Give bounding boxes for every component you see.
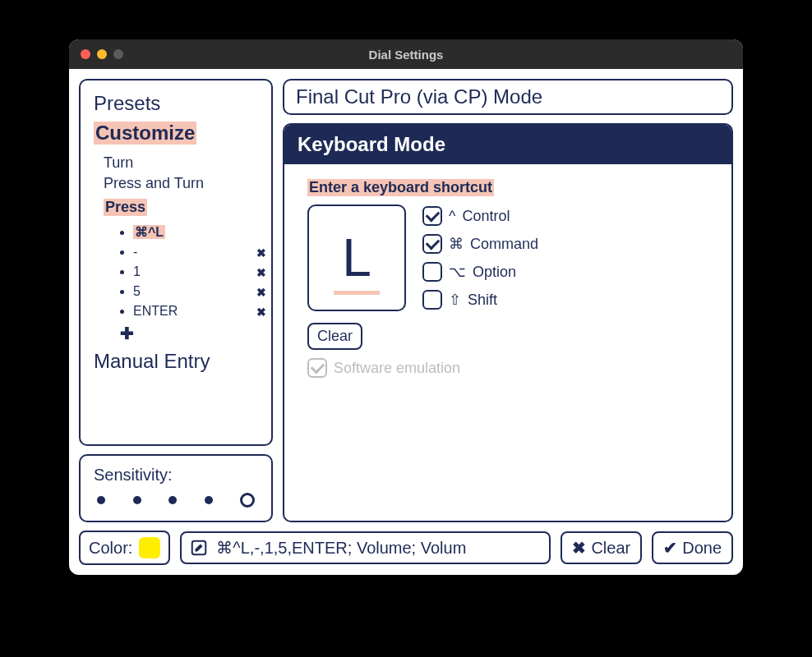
color-swatch[interactable] xyxy=(139,537,160,558)
remove-action-icon[interactable]: ✖ xyxy=(256,246,266,260)
remove-action-icon[interactable]: ✖ xyxy=(256,266,266,279)
checkbox-icon[interactable] xyxy=(422,206,442,226)
name-field[interactable]: ⌘^L,-,1,5,ENTER; Volume; Volum xyxy=(180,531,551,564)
color-label: Color: xyxy=(89,539,132,558)
clear-button[interactable]: ✖ Clear xyxy=(561,531,642,564)
add-action-button[interactable]: ✚ xyxy=(120,324,258,343)
modifier-shift[interactable]: ⇧ Shift xyxy=(422,290,538,310)
content: Presets Customize Turn Press and Turn Pr… xyxy=(69,69,743,575)
modifier-list: ^ Control ⌘ Command ⌥ xyxy=(422,206,538,310)
main-row: Presets Customize Turn Press and Turn Pr… xyxy=(79,79,733,522)
checkbox-icon[interactable] xyxy=(422,290,442,310)
left-column: Presets Customize Turn Press and Turn Pr… xyxy=(79,79,273,522)
press-action-list: ⌘^L -✖ 1✖ 5✖ ENTER✖ xyxy=(133,224,258,319)
sidebar-item-press-and-turn[interactable]: Press and Turn xyxy=(104,175,258,192)
clear-shortcut-button[interactable]: Clear xyxy=(307,323,362,350)
keyboard-mode-header: Keyboard Mode xyxy=(284,125,731,164)
modifier-symbol: ^ xyxy=(449,208,455,225)
mode-name-field[interactable]: Final Cut Pro (via CP) Mode xyxy=(283,79,733,115)
press-action-item[interactable]: ⌘^L xyxy=(133,224,258,240)
clear-button-label: Clear xyxy=(591,539,630,558)
sensitivity-level[interactable] xyxy=(205,496,213,504)
sensitivity-label: Sensitivity: xyxy=(94,466,258,485)
modifier-label: Option xyxy=(473,264,516,281)
done-button[interactable]: ✔ Done xyxy=(652,531,733,564)
manual-entry-heading[interactable]: Manual Entry xyxy=(94,350,258,373)
sensitivity-panel: Sensitivity: xyxy=(79,454,273,522)
remove-action-icon[interactable]: ✖ xyxy=(256,286,266,299)
presets-heading[interactable]: Presets xyxy=(94,92,258,115)
press-action-label: 1 xyxy=(133,264,141,278)
name-value: ⌘^L,-,1,5,ENTER; Volume; Volum xyxy=(216,538,466,558)
press-action-label: - xyxy=(133,245,137,259)
press-action-label: ⌘^L xyxy=(133,225,165,239)
modifier-command[interactable]: ⌘ Command xyxy=(422,234,538,254)
press-action-item[interactable]: -✖ xyxy=(133,245,258,260)
keyboard-mode-body: Enter a keyboard shortcut L ^ Control xyxy=(284,164,731,393)
modifier-label: Shift xyxy=(468,292,497,309)
checkbox-icon xyxy=(307,358,327,378)
press-action-item[interactable]: 1✖ xyxy=(133,264,258,279)
checkbox-icon[interactable] xyxy=(422,262,442,282)
modifier-symbol: ⌥ xyxy=(449,263,466,281)
press-action-label: ENTER xyxy=(133,304,178,318)
keyboard-prompt: Enter a keyboard shortcut xyxy=(307,179,494,196)
modifier-symbol: ⌘ xyxy=(449,235,464,253)
software-emulation-label: Software emulation xyxy=(334,360,460,377)
sensitivity-level[interactable] xyxy=(133,496,141,504)
sidebar-item-press[interactable]: Press xyxy=(104,199,147,216)
key-input[interactable]: L xyxy=(307,204,406,311)
customize-heading[interactable]: Customize xyxy=(94,122,196,145)
sensitivity-slider[interactable] xyxy=(94,493,258,508)
color-picker[interactable]: Color: xyxy=(79,531,170,565)
sidebar-panel: Presets Customize Turn Press and Turn Pr… xyxy=(79,79,273,446)
close-icon: ✖ xyxy=(572,538,586,558)
dial-settings-window: Dial Settings Presets Customize Turn Pre… xyxy=(69,39,743,575)
modifier-symbol: ⇧ xyxy=(449,291,461,309)
press-action-item[interactable]: ENTER✖ xyxy=(133,304,258,319)
sidebar-item-turn[interactable]: Turn xyxy=(104,154,258,172)
check-icon: ✔ xyxy=(663,538,677,558)
modifier-control[interactable]: ^ Control xyxy=(422,206,538,226)
key-underline xyxy=(334,291,380,295)
modifier-option[interactable]: ⌥ Option xyxy=(422,262,538,282)
remove-action-icon[interactable]: ✖ xyxy=(256,306,266,319)
sensitivity-level[interactable] xyxy=(97,496,105,504)
sensitivity-level-selected[interactable] xyxy=(240,493,255,508)
right-column: Final Cut Pro (via CP) Mode Keyboard Mod… xyxy=(283,79,733,522)
edit-icon xyxy=(190,539,208,557)
footer-row: Color: ⌘^L,-,1,5,ENTER; Volume; Volum ✖ … xyxy=(79,531,733,565)
modifier-label: Control xyxy=(462,208,510,225)
software-emulation-row: Software emulation xyxy=(307,358,708,378)
done-button-label: Done xyxy=(682,539,722,558)
window-title: Dial Settings xyxy=(69,48,743,62)
press-action-item[interactable]: 5✖ xyxy=(133,284,258,299)
titlebar: Dial Settings xyxy=(69,39,743,69)
sensitivity-level[interactable] xyxy=(168,496,177,504)
modifier-label: Command xyxy=(470,236,538,253)
checkbox-icon[interactable] xyxy=(422,234,442,254)
key-letter: L xyxy=(342,227,371,288)
keyboard-mode-panel: Keyboard Mode Enter a keyboard shortcut … xyxy=(283,123,733,522)
press-action-label: 5 xyxy=(133,284,141,298)
